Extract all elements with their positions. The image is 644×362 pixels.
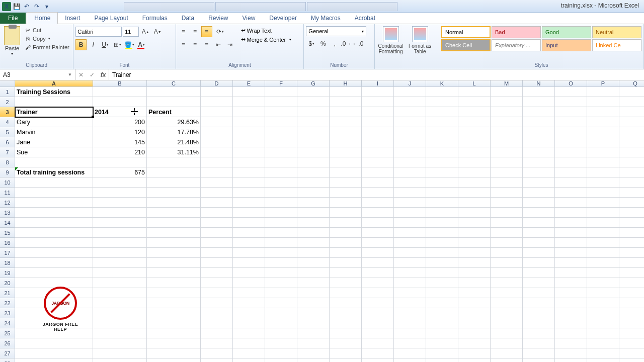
- cell-B17[interactable]: [93, 248, 147, 258]
- cell-J13[interactable]: [394, 208, 426, 218]
- row-header[interactable]: 16: [0, 238, 15, 248]
- cell-L24[interactable]: [458, 318, 491, 328]
- cell-H19[interactable]: [330, 268, 362, 278]
- cell-D19[interactable]: [201, 268, 233, 278]
- cell-A11[interactable]: [15, 188, 93, 198]
- number-format-combo[interactable]: General▾: [306, 26, 366, 36]
- cell-J20[interactable]: [394, 278, 426, 288]
- cell-H22[interactable]: [330, 298, 362, 308]
- cell-F7[interactable]: [265, 147, 297, 157]
- cell-K14[interactable]: [426, 218, 458, 228]
- cell-Q18[interactable]: [619, 258, 644, 268]
- cell-L10[interactable]: [458, 177, 491, 188]
- column-header[interactable]: L: [458, 80, 491, 87]
- cell-E22[interactable]: [233, 298, 265, 308]
- cell-H7[interactable]: [330, 147, 362, 157]
- grow-font-button[interactable]: A▲: [140, 26, 151, 37]
- cell-C5[interactable]: 17.78%: [147, 127, 201, 137]
- cell-N4[interactable]: [523, 117, 555, 127]
- column-header[interactable]: O: [555, 80, 587, 87]
- cell-N21[interactable]: [523, 288, 555, 298]
- cell-C10[interactable]: [147, 177, 201, 188]
- cell-M17[interactable]: [491, 248, 523, 258]
- cell-H6[interactable]: [330, 137, 362, 147]
- cell-Q22[interactable]: [619, 298, 644, 308]
- cell-N16[interactable]: [523, 238, 555, 248]
- cell-D13[interactable]: [201, 208, 233, 218]
- cell-C6[interactable]: 21.48%: [147, 137, 201, 147]
- cell-O20[interactable]: [555, 278, 587, 288]
- column-header[interactable]: D: [201, 80, 233, 87]
- row-header[interactable]: 26: [0, 338, 15, 348]
- cell-A17[interactable]: [15, 248, 93, 258]
- cell-M4[interactable]: [491, 117, 523, 127]
- align-top-button[interactable]: ≡: [178, 26, 189, 37]
- redo-icon[interactable]: ↷: [32, 2, 41, 11]
- cell-M21[interactable]: [491, 288, 523, 298]
- cell-N22[interactable]: [523, 298, 555, 308]
- cell-N2[interactable]: [523, 97, 555, 107]
- cell-B23[interactable]: [93, 308, 147, 318]
- cell-M14[interactable]: [491, 218, 523, 228]
- column-header[interactable]: B: [93, 80, 147, 87]
- cell-N13[interactable]: [523, 208, 555, 218]
- cell-C23[interactable]: [147, 308, 201, 318]
- cell-B14[interactable]: [93, 218, 147, 228]
- cell-A3[interactable]: Trainer: [15, 107, 93, 117]
- cell-Q5[interactable]: [619, 127, 644, 137]
- cell-J9[interactable]: [394, 167, 426, 177]
- cell-F28[interactable]: [265, 358, 297, 362]
- cell-E12[interactable]: [233, 198, 265, 208]
- cancel-icon[interactable]: ✕: [75, 71, 87, 78]
- cell-N20[interactable]: [523, 278, 555, 288]
- fx-icon[interactable]: fx: [98, 71, 109, 78]
- cell-K9[interactable]: [426, 167, 458, 177]
- row-header[interactable]: 13: [0, 208, 15, 218]
- cell-I14[interactable]: [362, 218, 394, 228]
- cell-B2[interactable]: [93, 97, 147, 107]
- cell-Q3[interactable]: [619, 107, 644, 117]
- cell-P17[interactable]: [587, 248, 619, 258]
- cell-C2[interactable]: [147, 97, 201, 107]
- cell-A8[interactable]: [15, 157, 93, 167]
- underline-button[interactable]: U▾: [100, 39, 111, 50]
- chevron-down-icon[interactable]: ▼: [68, 72, 72, 77]
- cell-L15[interactable]: [458, 228, 491, 238]
- cell-M27[interactable]: [491, 348, 523, 358]
- cell-H9[interactable]: [330, 167, 362, 177]
- tab-file[interactable]: File: [0, 13, 26, 24]
- column-header[interactable]: M: [491, 80, 523, 87]
- cell-K19[interactable]: [426, 268, 458, 278]
- cell-Q11[interactable]: [619, 188, 644, 198]
- cell-G13[interactable]: [297, 208, 330, 218]
- cell-F5[interactable]: [265, 127, 297, 137]
- cell-J12[interactable]: [394, 198, 426, 208]
- cell-I11[interactable]: [362, 188, 394, 198]
- enter-icon[interactable]: ✓: [87, 71, 98, 78]
- tab-view[interactable]: View: [235, 13, 263, 24]
- cell-H25[interactable]: [330, 328, 362, 338]
- cell-A5[interactable]: Marvin: [15, 127, 93, 137]
- cell-D20[interactable]: [201, 278, 233, 288]
- cell-O2[interactable]: [555, 97, 587, 107]
- cell-B4[interactable]: 200: [93, 117, 147, 127]
- cell-N6[interactable]: [523, 137, 555, 147]
- cell-C28[interactable]: [147, 358, 201, 362]
- doc-tab[interactable]: [124, 2, 214, 11]
- cell-E25[interactable]: [233, 328, 265, 338]
- cell-H5[interactable]: [330, 127, 362, 137]
- cell-H26[interactable]: [330, 338, 362, 348]
- cell-M19[interactable]: [491, 268, 523, 278]
- cell-M26[interactable]: [491, 338, 523, 348]
- cell-N11[interactable]: [523, 188, 555, 198]
- cell-J5[interactable]: [394, 127, 426, 137]
- row-header[interactable]: 1: [0, 87, 15, 97]
- cell-C24[interactable]: [147, 318, 201, 328]
- row-header[interactable]: 15: [0, 228, 15, 238]
- increase-decimal-button[interactable]: .0→: [341, 38, 352, 49]
- cell-D22[interactable]: [201, 298, 233, 308]
- cell-P10[interactable]: [587, 177, 619, 188]
- cell-E6[interactable]: [233, 137, 265, 147]
- row-header[interactable]: 8: [0, 157, 15, 167]
- cell-P16[interactable]: [587, 238, 619, 248]
